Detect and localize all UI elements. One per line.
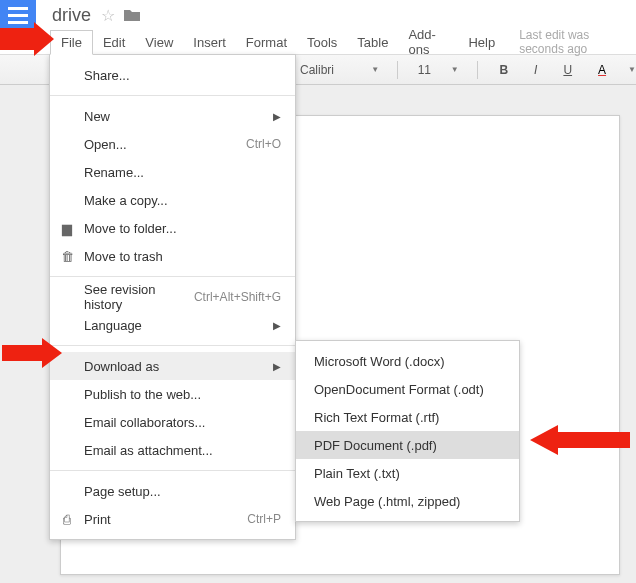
menu-bar: File Edit View Insert Format Tools Table…	[0, 30, 636, 55]
file-menu-dropdown: Share... New▶ Open...Ctrl+O Rename... Ma…	[49, 54, 296, 540]
star-icon[interactable]: ☆	[101, 6, 115, 25]
menu-tools[interactable]: Tools	[297, 31, 347, 54]
italic-button[interactable]: I	[530, 63, 541, 77]
menu-format[interactable]: Format	[236, 31, 297, 54]
chevron-down-icon: ▼	[371, 65, 379, 74]
toolbar-divider	[397, 61, 398, 79]
menu-language[interactable]: Language▶	[50, 311, 295, 339]
svg-marker-1	[2, 338, 62, 368]
trash-icon: 🗑	[58, 249, 76, 264]
download-as-submenu: Microsoft Word (.docx) OpenDocument Form…	[295, 340, 520, 522]
submenu-rtf[interactable]: Rich Text Format (.rtf)	[296, 403, 519, 431]
shortcut-label: Ctrl+Alt+Shift+G	[194, 290, 281, 304]
text-color-button[interactable]: A	[594, 63, 610, 77]
menu-make-copy[interactable]: Make a copy...	[50, 186, 295, 214]
annotation-arrow-icon	[530, 425, 630, 455]
submenu-txt[interactable]: Plain Text (.txt)	[296, 459, 519, 487]
print-icon: ⎙	[58, 512, 76, 527]
submenu-html[interactable]: Web Page (.html, zipped)	[296, 487, 519, 515]
menu-page-setup[interactable]: Page setup...	[50, 477, 295, 505]
menu-addons[interactable]: Add-ons	[398, 23, 458, 61]
shortcut-label: Ctrl+O	[246, 137, 281, 151]
menu-view[interactable]: View	[135, 31, 183, 54]
menu-email-collaborators[interactable]: Email collaborators...	[50, 408, 295, 436]
menu-move-to-trash[interactable]: 🗑Move to trash	[50, 242, 295, 270]
last-edit-label: Last edit was seconds ago	[519, 28, 636, 56]
menu-table[interactable]: Table	[347, 31, 398, 54]
menu-move-to-folder[interactable]: ▆Move to folder...	[50, 214, 295, 242]
toolbar-divider	[477, 61, 478, 79]
font-name-selector[interactable]: Calibri	[300, 63, 353, 77]
font-size-selector[interactable]: 11	[416, 63, 433, 77]
menu-download-as[interactable]: Download as▶	[50, 352, 295, 380]
menu-email-attachment[interactable]: Email as attachment...	[50, 436, 295, 464]
chevron-down-icon: ▼	[451, 65, 459, 74]
bold-button[interactable]: B	[495, 63, 512, 77]
menu-insert[interactable]: Insert	[183, 31, 236, 54]
menu-revision-history[interactable]: See revision historyCtrl+Alt+Shift+G	[50, 283, 295, 311]
menu-new[interactable]: New▶	[50, 102, 295, 130]
menu-print[interactable]: ⎙PrintCtrl+P	[50, 505, 295, 533]
shortcut-label: Ctrl+P	[247, 512, 281, 526]
menu-help[interactable]: Help	[458, 31, 505, 54]
menu-edit[interactable]: Edit	[93, 31, 135, 54]
folder-icon: ▆	[58, 221, 76, 236]
submenu-docx[interactable]: Microsoft Word (.docx)	[296, 347, 519, 375]
svg-marker-0	[0, 22, 54, 56]
menu-share[interactable]: Share...	[50, 61, 295, 89]
submenu-odt[interactable]: OpenDocument Format (.odt)	[296, 375, 519, 403]
annotation-arrow-icon	[0, 22, 54, 56]
svg-marker-2	[530, 425, 630, 455]
menu-file[interactable]: File	[50, 30, 93, 55]
menu-open[interactable]: Open...Ctrl+O	[50, 130, 295, 158]
submenu-pdf[interactable]: PDF Document (.pdf)	[296, 431, 519, 459]
annotation-arrow-icon	[2, 338, 62, 368]
title-bar: drive ☆	[0, 0, 636, 30]
folder-icon[interactable]	[123, 8, 141, 22]
chevron-right-icon: ▶	[273, 111, 281, 122]
menu-rename[interactable]: Rename...	[50, 158, 295, 186]
chevron-right-icon: ▶	[273, 320, 281, 331]
document-title[interactable]: drive	[52, 5, 91, 26]
chevron-down-icon: ▼	[628, 65, 636, 74]
underline-button[interactable]: U	[559, 63, 576, 77]
chevron-right-icon: ▶	[273, 361, 281, 372]
menu-publish-web[interactable]: Publish to the web...	[50, 380, 295, 408]
